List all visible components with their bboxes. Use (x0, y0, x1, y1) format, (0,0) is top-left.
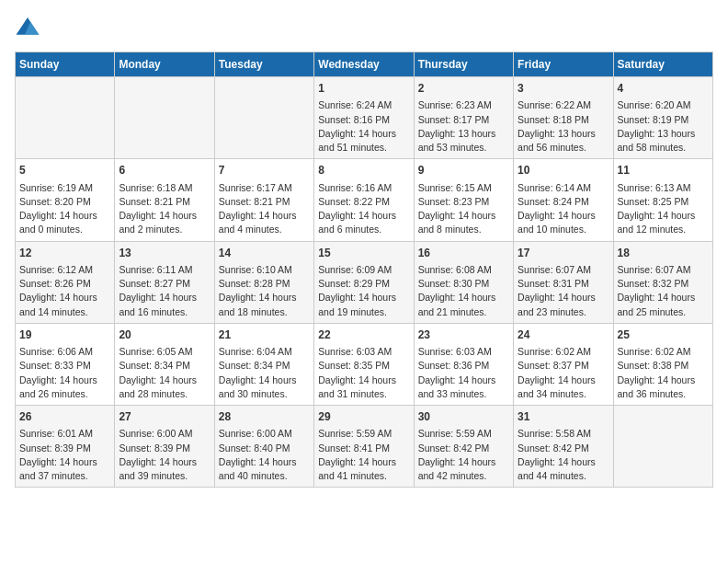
day-number: 11 (618, 163, 709, 178)
calendar-cell: 14Sunrise: 6:10 AMSunset: 8:28 PMDayligh… (214, 241, 313, 323)
day-info: Sunset: 8:34 PM (219, 359, 310, 373)
day-info: and 53 minutes. (418, 141, 509, 155)
day-info: Sunrise: 6:16 AM (318, 181, 409, 195)
day-info: and 33 minutes. (418, 387, 509, 401)
calendar-cell: 26Sunrise: 6:01 AMSunset: 8:39 PMDayligh… (16, 406, 115, 488)
calendar-week-row: 12Sunrise: 6:12 AMSunset: 8:26 PMDayligh… (16, 241, 713, 323)
day-number: 14 (219, 246, 310, 261)
day-number: 23 (418, 327, 509, 343)
day-info: Sunset: 8:24 PM (518, 195, 609, 209)
day-info: Sunrise: 6:04 AM (219, 345, 310, 359)
day-info: Sunset: 8:39 PM (19, 442, 110, 455)
day-info: Sunset: 8:17 PM (418, 113, 509, 127)
day-info: Sunrise: 6:07 AM (618, 263, 709, 277)
day-info: Daylight: 13 hours (518, 127, 609, 141)
calendar-cell: 15Sunrise: 6:09 AMSunset: 8:29 PMDayligh… (314, 241, 414, 323)
day-info: and 0 minutes. (19, 223, 110, 236)
day-info: Daylight: 14 hours (19, 455, 110, 469)
calendar-cell: 10Sunrise: 6:14 AMSunset: 8:24 PMDayligh… (514, 159, 613, 241)
day-info: and 26 minutes. (19, 387, 110, 401)
day-info: Sunrise: 6:19 AM (19, 181, 110, 195)
day-info: Sunset: 8:33 PM (19, 359, 110, 373)
day-info: and 58 minutes. (618, 141, 709, 155)
day-info: Daylight: 14 hours (518, 291, 609, 304)
header-monday: Monday (115, 52, 214, 77)
day-info: Sunrise: 6:11 AM (119, 263, 210, 277)
day-info: Sunset: 8:26 PM (19, 277, 110, 291)
day-number: 31 (518, 409, 609, 425)
day-info: Sunset: 8:35 PM (318, 359, 409, 373)
calendar-cell (16, 77, 115, 159)
calendar-cell: 23Sunrise: 6:03 AMSunset: 8:36 PMDayligh… (414, 323, 513, 405)
day-number: 9 (418, 163, 509, 178)
calendar-cell: 5Sunrise: 6:19 AMSunset: 8:20 PMDaylight… (16, 159, 115, 241)
day-info: Daylight: 14 hours (418, 373, 509, 387)
day-number: 1 (318, 81, 409, 97)
day-info: Sunrise: 6:13 AM (618, 181, 709, 195)
day-number: 17 (518, 246, 609, 261)
day-info: Sunrise: 6:10 AM (219, 263, 310, 277)
day-info: and 37 minutes. (19, 469, 110, 483)
day-info: and 39 minutes. (119, 469, 210, 483)
calendar-week-row: 5Sunrise: 6:19 AMSunset: 8:20 PMDaylight… (16, 159, 713, 241)
day-info: Sunset: 8:30 PM (418, 277, 509, 291)
day-number: 5 (19, 163, 110, 178)
calendar-cell: 24Sunrise: 6:02 AMSunset: 8:37 PMDayligh… (514, 323, 613, 405)
day-info: Sunrise: 6:03 AM (318, 345, 409, 359)
day-info: Daylight: 14 hours (618, 291, 709, 304)
calendar-week-row: 19Sunrise: 6:06 AMSunset: 8:33 PMDayligh… (16, 323, 713, 405)
day-number: 7 (219, 163, 310, 178)
day-info: and 42 minutes. (418, 469, 509, 483)
day-info: Sunrise: 6:14 AM (518, 181, 609, 195)
day-info: and 28 minutes. (119, 387, 210, 401)
day-number: 27 (119, 409, 210, 425)
logo (15, 15, 44, 40)
calendar-cell: 17Sunrise: 6:07 AMSunset: 8:31 PMDayligh… (514, 241, 613, 323)
day-info: Sunset: 8:34 PM (119, 359, 210, 373)
day-info: Daylight: 14 hours (119, 291, 210, 304)
day-number: 2 (418, 81, 509, 97)
day-info: Sunset: 8:18 PM (518, 113, 609, 127)
calendar-cell: 29Sunrise: 5:59 AMSunset: 8:41 PMDayligh… (314, 406, 414, 488)
day-info: Sunset: 8:31 PM (518, 277, 609, 291)
day-info: Sunset: 8:29 PM (318, 277, 409, 291)
day-number: 10 (518, 163, 609, 178)
day-info: and 10 minutes. (518, 223, 609, 236)
day-info: Daylight: 14 hours (618, 373, 709, 387)
calendar-cell: 21Sunrise: 6:04 AMSunset: 8:34 PMDayligh… (214, 323, 313, 405)
day-info: Sunrise: 6:07 AM (518, 263, 609, 277)
day-info: Sunrise: 6:12 AM (19, 263, 110, 277)
day-info: and 56 minutes. (518, 141, 609, 155)
day-info: Sunrise: 6:22 AM (518, 98, 609, 112)
day-info: Daylight: 14 hours (318, 291, 409, 304)
day-info: Sunrise: 6:09 AM (318, 263, 409, 277)
day-info: Daylight: 14 hours (19, 373, 110, 387)
calendar-cell: 1Sunrise: 6:24 AMSunset: 8:16 PMDaylight… (314, 77, 414, 159)
page-header (15, 15, 713, 40)
day-info: Daylight: 14 hours (318, 373, 409, 387)
day-number: 19 (19, 327, 110, 343)
day-info: Sunset: 8:21 PM (219, 195, 310, 209)
day-number: 3 (518, 81, 609, 97)
day-info: Sunrise: 6:01 AM (19, 427, 110, 441)
day-info: and 30 minutes. (219, 387, 310, 401)
header-sunday: Sunday (16, 52, 115, 77)
calendar-cell (613, 406, 712, 488)
calendar-cell (214, 77, 313, 159)
logo-icon (15, 15, 40, 40)
day-info: Sunrise: 6:06 AM (19, 345, 110, 359)
day-info: Sunset: 8:22 PM (318, 195, 409, 209)
day-info: and 2 minutes. (119, 223, 210, 236)
day-info: Sunset: 8:41 PM (318, 442, 409, 455)
day-number: 15 (318, 246, 409, 261)
calendar-cell: 19Sunrise: 6:06 AMSunset: 8:33 PMDayligh… (16, 323, 115, 405)
day-info: and 23 minutes. (518, 305, 609, 319)
day-info: Daylight: 14 hours (418, 455, 509, 469)
calendar-cell: 11Sunrise: 6:13 AMSunset: 8:25 PMDayligh… (613, 159, 712, 241)
day-info: Sunset: 8:36 PM (418, 359, 509, 373)
day-info: Sunrise: 6:00 AM (119, 427, 210, 441)
day-info: Sunrise: 6:05 AM (119, 345, 210, 359)
day-info: Daylight: 14 hours (518, 209, 609, 223)
day-info: and 34 minutes. (518, 387, 609, 401)
day-number: 30 (418, 409, 509, 425)
